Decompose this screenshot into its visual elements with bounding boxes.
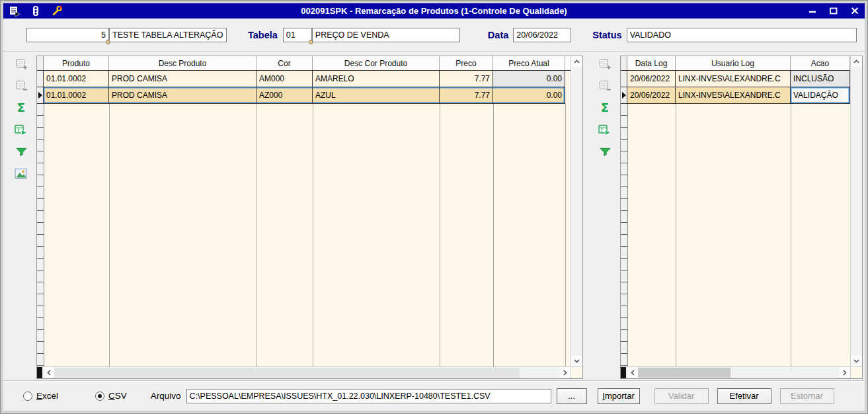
file-path-field[interactable]: [186, 389, 551, 403]
validar-button[interactable]: Validar: [654, 388, 709, 404]
scroll-down-button[interactable]: [851, 356, 862, 366]
log-grid-toolbar: Σ: [590, 56, 620, 379]
scroll-up-button[interactable]: [851, 56, 862, 67]
cell[interactable]: AZUL: [313, 87, 440, 104]
left-grid-toolbar: Σ: [6, 56, 36, 379]
grid-header-row: ProdutoDesc ProdutoCorDesc Cor ProdutoPr…: [37, 56, 571, 71]
grid-empty-area: [621, 104, 850, 366]
column-header[interactable]: Desc Produto: [109, 56, 256, 70]
cell[interactable]: 7.77: [440, 87, 493, 104]
scroll-left-button[interactable]: [627, 367, 638, 378]
cell[interactable]: 20/06/2022: [627, 87, 676, 104]
cell[interactable]: LINX-INVES\ALEXANDRE.C: [676, 71, 791, 87]
column-header[interactable]: Acao: [791, 56, 850, 70]
horizontal-scroll-track[interactable]: [638, 367, 840, 378]
column-header[interactable]: Desc Cor Produto: [313, 56, 440, 70]
sum-icon[interactable]: Σ: [598, 101, 612, 114]
column-header[interactable]: Data Log: [627, 56, 676, 70]
file-path-field-wrap: [186, 389, 551, 403]
data-field[interactable]: [513, 28, 571, 42]
radio-circle[interactable]: [95, 392, 104, 401]
add-row-icon[interactable]: [598, 58, 612, 71]
scroll-thumb[interactable]: [638, 368, 730, 378]
scroll-down-button[interactable]: [571, 356, 582, 366]
format-radio-csv[interactable]: CSV: [95, 391, 127, 401]
horizontal-scrollbar[interactable]: [37, 366, 582, 378]
scroll-thumb[interactable]: [54, 368, 520, 378]
close-button[interactable]: [850, 7, 859, 15]
table-row[interactable]: 20/06/2022LINX-INVES\ALEXANDRE.CVALIDAÇÃ…: [621, 87, 850, 104]
table-name-field[interactable]: [109, 28, 227, 42]
cell[interactable]: PROD CAMISA: [109, 87, 256, 104]
cell[interactable]: PROD CAMISA: [109, 71, 256, 87]
radio-label: CSV: [108, 391, 127, 401]
column-header[interactable]: Usuario Log: [676, 56, 791, 70]
vertical-scrollbar[interactable]: [571, 56, 582, 366]
importar-button[interactable]: Importar: [598, 388, 640, 404]
cell[interactable]: INCLUSÃO: [791, 71, 850, 87]
cell[interactable]: AM000: [256, 71, 313, 87]
delete-row-icon[interactable]: [14, 79, 28, 93]
add-row-icon[interactable]: [14, 58, 28, 71]
wrench-icon[interactable]: [51, 5, 63, 17]
export-grid-icon[interactable]: [14, 123, 28, 136]
scroll-right-button[interactable]: [560, 367, 571, 378]
scrollbar-corner: [850, 367, 862, 378]
table-code-field[interactable]: [26, 28, 109, 42]
vertical-scroll-track[interactable]: [571, 67, 582, 356]
column-header[interactable]: Cor: [256, 56, 313, 70]
log-grid[interactable]: Data LogUsuario LogAcao20/06/2022LINX-IN…: [620, 56, 863, 379]
sum-icon[interactable]: Σ: [14, 101, 28, 114]
minimize-button[interactable]: [808, 7, 817, 15]
vertical-scroll-track[interactable]: [851, 67, 862, 356]
cell[interactable]: 0.00: [493, 87, 565, 104]
scroll-right-button[interactable]: [840, 367, 850, 378]
title-bar[interactable]: 002091SPK - Remarcação de Produtos (1-Co…: [3, 3, 865, 19]
data-field-wrap: [513, 28, 571, 42]
row-indicator-strip: [37, 104, 44, 366]
column-header[interactable]: Preco: [440, 56, 493, 70]
cell[interactable]: VALIDAÇÃO: [791, 87, 850, 104]
delete-row-icon[interactable]: [598, 79, 612, 93]
cell[interactable]: AZ000: [256, 87, 313, 104]
estornar-button[interactable]: Estornar: [780, 388, 834, 404]
cell[interactable]: AMARELO: [313, 71, 440, 87]
column-header[interactable]: Produto: [44, 56, 109, 70]
cell[interactable]: 20/06/2022: [627, 71, 676, 87]
export-grid-icon[interactable]: [598, 123, 612, 136]
browse-button[interactable]: ...: [557, 388, 587, 404]
cell[interactable]: 01.01.0002: [44, 71, 109, 87]
tabela-desc-field[interactable]: [312, 28, 460, 42]
scrollbar-corner: [571, 367, 582, 378]
status-field-wrap: [627, 28, 857, 42]
vertical-scrollbar[interactable]: [850, 56, 862, 366]
indicator-corner: [37, 56, 44, 70]
radio-circle[interactable]: [23, 392, 32, 401]
cell[interactable]: LINX-INVES\ALEXANDRE.C: [676, 87, 791, 104]
products-grid[interactable]: ProdutoDesc ProdutoCorDesc Cor ProdutoPr…: [36, 56, 583, 379]
scroll-up-button[interactable]: [571, 56, 582, 67]
filter-icon[interactable]: [14, 145, 28, 158]
column-header[interactable]: Preco Atual: [493, 56, 565, 70]
form-icon[interactable]: [9, 5, 20, 17]
traffic-light-icon[interactable]: [30, 5, 42, 17]
row-indicator-strip: [621, 104, 627, 366]
scroll-left-button[interactable]: [44, 367, 54, 378]
table-row[interactable]: 01.01.0002PROD CAMISAAM000AMARELO7.770.0…: [37, 71, 571, 87]
image-icon[interactable]: [14, 167, 28, 180]
indicator-footer-block: [621, 367, 626, 378]
format-radio-excel[interactable]: Excel: [23, 391, 58, 401]
table-row[interactable]: 20/06/2022LINX-INVES\ALEXANDRE.CINCLUSÃO: [621, 71, 850, 87]
status-field[interactable]: [627, 28, 857, 42]
cell[interactable]: 0.00: [493, 71, 565, 87]
cell[interactable]: 7.77: [440, 71, 493, 87]
filter-icon[interactable]: [598, 145, 612, 158]
table-row[interactable]: 01.01.0002PROD CAMISAAZ000AZUL7.770.00: [37, 87, 571, 104]
horizontal-scrollbar[interactable]: [621, 366, 862, 378]
cell[interactable]: 01.01.0002: [44, 87, 109, 104]
maximize-button[interactable]: [829, 7, 838, 15]
efetivar-button[interactable]: Efetivar: [717, 388, 771, 404]
tabela-code-field[interactable]: [283, 28, 312, 42]
window-controls: [808, 7, 859, 15]
horizontal-scroll-track[interactable]: [54, 367, 560, 378]
